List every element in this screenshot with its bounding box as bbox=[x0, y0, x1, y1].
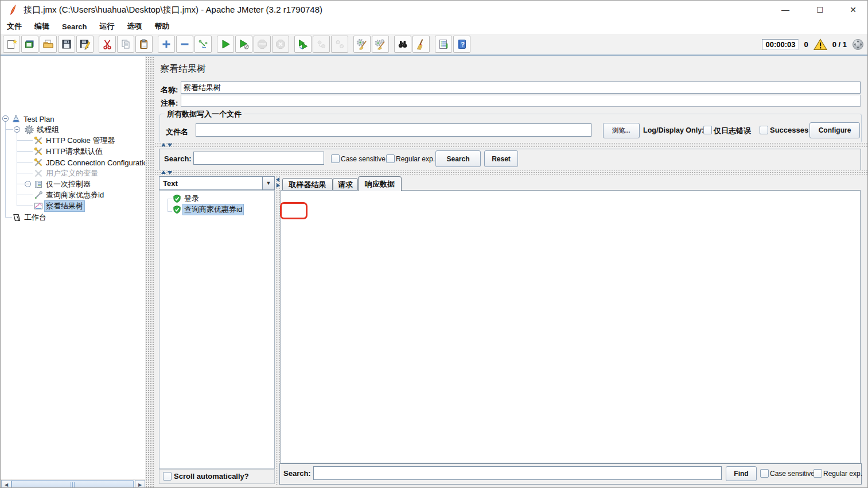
add-element-button[interactable] bbox=[158, 36, 175, 53]
menu-help[interactable]: 帮助 bbox=[148, 19, 176, 34]
tree-item-view-results-tree[interactable]: 察看结果树 bbox=[34, 201, 84, 211]
page-title: 察看结果树 bbox=[160, 63, 206, 75]
test-plan-icon bbox=[11, 114, 21, 123]
broom-icon bbox=[415, 38, 427, 50]
filename-input[interactable] bbox=[196, 123, 591, 137]
response-search-label: Search: bbox=[283, 469, 311, 478]
clear-all-button[interactable] bbox=[372, 36, 389, 53]
menu-run[interactable]: 运行 bbox=[93, 19, 120, 34]
configure-button[interactable]: Configure bbox=[809, 122, 860, 138]
save-icon bbox=[61, 38, 72, 50]
stop-icon: STOP bbox=[256, 38, 268, 50]
tree-item-http-cookie-manager[interactable]: HTTP Cookie 管理器 bbox=[34, 135, 115, 146]
menubar: 文件 编辑 Search 运行 选项 帮助 bbox=[1, 19, 867, 34]
config-element-icon bbox=[34, 158, 43, 167]
sample-row-query-coupon[interactable]: 查询商家优惠券id bbox=[173, 204, 243, 215]
splitter-collapse-top[interactable] bbox=[154, 142, 868, 148]
help-button[interactable]: ? bbox=[453, 36, 470, 53]
tree-item-workbench[interactable]: 工作台 bbox=[12, 212, 46, 223]
config-element-disabled-icon bbox=[34, 169, 43, 178]
save-button[interactable] bbox=[58, 36, 75, 53]
sample-row-login[interactable]: 登录 bbox=[173, 193, 199, 204]
save-as-button[interactable] bbox=[76, 36, 94, 53]
search-case-checkbox[interactable] bbox=[331, 154, 340, 163]
find-button[interactable]: Find bbox=[726, 466, 757, 481]
search-regex-label: Regular exp. bbox=[396, 155, 435, 163]
find-regex-checkbox[interactable] bbox=[813, 469, 822, 478]
menu-edit[interactable]: 编辑 bbox=[28, 19, 56, 34]
splitter-collapse-bottom[interactable] bbox=[154, 170, 868, 175]
new-file-icon bbox=[6, 38, 17, 50]
templates-button[interactable] bbox=[21, 36, 38, 53]
response-search-input[interactable] bbox=[313, 466, 722, 480]
tab-response-data[interactable]: 响应数据 bbox=[358, 176, 402, 191]
remote-stop-icon bbox=[316, 38, 327, 50]
copy-button[interactable] bbox=[117, 36, 134, 53]
elapsed-timer: 00:00:03 bbox=[762, 39, 799, 50]
search-go-button[interactable]: Search bbox=[435, 150, 481, 167]
remove-element-button[interactable] bbox=[176, 36, 193, 53]
search-input[interactable] bbox=[193, 152, 324, 165]
tab-sampler-result[interactable]: 取样器结果 bbox=[282, 178, 333, 191]
search-regex-checkbox[interactable] bbox=[386, 154, 395, 163]
maximize-button[interactable]: ☐ bbox=[807, 1, 832, 19]
comment-input[interactable] bbox=[181, 95, 861, 107]
comment-label: 注释: bbox=[161, 98, 178, 109]
tree-item-once-only-controller[interactable]: 仅一次控制器 bbox=[34, 179, 91, 189]
search-button-toolbar[interactable] bbox=[394, 36, 411, 53]
tree-horizontal-scrollbar[interactable]: ◀ ▶ bbox=[1, 479, 145, 488]
toggle-element-button[interactable] bbox=[194, 36, 212, 53]
groupbox-title: 所有数据写入一个文件 bbox=[165, 109, 244, 119]
start-button[interactable] bbox=[217, 36, 234, 53]
menu-options[interactable]: 选项 bbox=[120, 19, 148, 34]
expand-handle-once-only[interactable] bbox=[25, 181, 31, 187]
paste-button[interactable] bbox=[135, 36, 153, 53]
close-button[interactable]: ✕ bbox=[840, 1, 866, 19]
chevron-down-icon[interactable]: ▼ bbox=[262, 177, 274, 189]
name-label: 名称: bbox=[161, 85, 178, 95]
scrollbar-thumb[interactable] bbox=[11, 480, 134, 488]
search-reset-form-button[interactable]: Reset bbox=[484, 150, 518, 167]
success-shield-icon bbox=[173, 205, 181, 214]
svg-text:STOP: STOP bbox=[259, 43, 266, 46]
remote-start-all-button[interactable] bbox=[294, 36, 312, 53]
scroll-right-arrow[interactable]: ▶ bbox=[135, 480, 145, 488]
successes-checkbox[interactable] bbox=[760, 126, 768, 134]
expand-handle-thread-group[interactable] bbox=[14, 126, 20, 133]
tree-item-user-defined-variables[interactable]: 用户定义的变量 bbox=[34, 168, 98, 179]
cut-button[interactable] bbox=[99, 36, 116, 53]
tree-item-http-request-defaults[interactable]: HTTP请求默认值 bbox=[34, 146, 103, 157]
view-mode-dropdown[interactable]: Text ▼ bbox=[159, 176, 275, 190]
main-vertical-splitter[interactable] bbox=[145, 56, 154, 488]
start-no-timers-button[interactable] bbox=[235, 36, 252, 53]
scroll-auto-checkbox[interactable] bbox=[163, 472, 172, 481]
annotation-highlight-box bbox=[280, 202, 308, 219]
log-errors-checkbox[interactable] bbox=[703, 126, 712, 134]
tab-request[interactable]: 请求 bbox=[333, 178, 358, 191]
find-case-checkbox[interactable] bbox=[760, 469, 769, 478]
warning-icon[interactable] bbox=[813, 38, 827, 51]
toolbar: STOP ? bbox=[1, 34, 868, 56]
name-input[interactable] bbox=[181, 82, 861, 94]
open-button[interactable] bbox=[40, 36, 57, 53]
expand-handle-test-plan[interactable] bbox=[2, 115, 9, 122]
scroll-left-arrow[interactable]: ◀ bbox=[1, 480, 11, 488]
tree-item-query-coupon-sampler[interactable]: 查询商家优惠券id bbox=[34, 190, 104, 200]
results-inner-splitter[interactable] bbox=[275, 176, 281, 486]
clear-button[interactable] bbox=[353, 36, 371, 53]
tree-item-thread-group[interactable]: 线程组 bbox=[25, 125, 59, 135]
search-reset-button[interactable] bbox=[412, 36, 430, 53]
stop-button: STOP bbox=[254, 36, 271, 53]
remote-start-icon bbox=[297, 38, 309, 50]
config-element-icon bbox=[34, 147, 43, 156]
minimize-button[interactable]: — bbox=[773, 1, 798, 19]
tree-item-jdbc-connection[interactable]: JDBC Connection Configuratio bbox=[34, 157, 145, 168]
tree-item-test-plan[interactable]: Test Plan bbox=[11, 114, 54, 124]
new-plan-button[interactable] bbox=[3, 36, 20, 53]
function-helper-button[interactable] bbox=[435, 36, 452, 53]
find-case-label: Case sensitive bbox=[770, 470, 815, 478]
active-threads-ratio: 0 / 1 bbox=[832, 40, 847, 49]
browse-button[interactable]: 浏览... bbox=[603, 123, 640, 138]
menu-file[interactable]: 文件 bbox=[1, 19, 28, 34]
menu-search[interactable]: Search bbox=[56, 19, 93, 34]
